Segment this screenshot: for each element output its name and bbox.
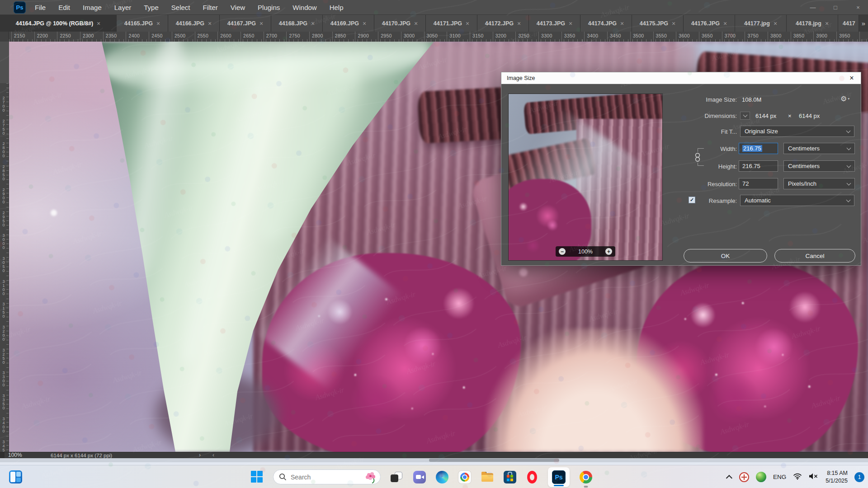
tab-close-icon[interactable]: × xyxy=(259,20,263,27)
tab-close-icon[interactable]: × xyxy=(311,20,315,27)
height-input[interactable]: 216.75 xyxy=(739,160,778,172)
status-zoom-field[interactable]: 100% xyxy=(8,452,22,458)
menu-plugins[interactable]: Plugins xyxy=(251,0,286,15)
preview-zoom-out-button[interactable]: − xyxy=(559,248,566,255)
width-unit-dropdown[interactable]: Centimeters xyxy=(783,143,855,154)
minimize-button[interactable]: — xyxy=(809,4,816,11)
tab-44168.JPG[interactable]: 44168.JPG× xyxy=(271,15,323,32)
menu-layer[interactable]: Layer xyxy=(108,0,138,15)
image-preview[interactable]: − 100% + xyxy=(508,94,663,261)
running-app-indicator xyxy=(584,486,588,488)
resolution-unit-dropdown[interactable]: Pixels/Inch xyxy=(783,178,855,189)
tab-44170.JPG[interactable]: 44170.JPG× xyxy=(374,15,426,32)
tab-4417[interactable]: 4417 xyxy=(838,15,859,32)
tray-idm-icon[interactable] xyxy=(756,472,766,482)
tab-44175.JPG[interactable]: 44175.JPG× xyxy=(632,15,684,32)
tab-44167.JPG[interactable]: 44167.JPG× xyxy=(220,15,271,32)
tab-label: 44164.JPG @ 100% (RGB/8#) xyxy=(16,20,93,27)
tab-44173.JPG[interactable]: 44173.JPG× xyxy=(529,15,580,32)
resample-dropdown[interactable]: Automatic xyxy=(740,195,854,206)
tab-close-icon[interactable]: × xyxy=(414,20,418,27)
task-view-icon[interactable] xyxy=(391,471,403,483)
widgets-icon[interactable] xyxy=(9,470,22,483)
tray-record-icon[interactable] xyxy=(739,472,749,482)
menu-select[interactable]: Select xyxy=(165,0,197,15)
tray-chevron-up-icon[interactable] xyxy=(726,475,732,481)
resolution-input[interactable]: 72 xyxy=(739,178,778,189)
dimensions-unit-dropdown[interactable] xyxy=(740,112,750,120)
microsoft-store-icon[interactable] xyxy=(504,471,516,483)
chevron-down-icon xyxy=(847,181,851,185)
chrome-browser-icon[interactable] xyxy=(580,471,592,483)
width-input[interactable]: 216.75 xyxy=(739,143,778,154)
wifi-icon[interactable] xyxy=(793,473,802,482)
tab-44164-active[interactable]: 44164.JPG @ 100% (RGB/8#) × xyxy=(0,15,117,32)
scrollbar-thumb[interactable] xyxy=(429,459,559,462)
tab-overflow-chevron[interactable]: » xyxy=(859,15,868,32)
height-unit-dropdown[interactable]: Centimeters xyxy=(783,160,855,172)
tab-close-icon[interactable]: × xyxy=(620,20,624,27)
tab-44172.JPG[interactable]: 44172.JPG× xyxy=(477,15,529,32)
fit-to-dropdown[interactable]: Original Size xyxy=(740,126,854,137)
tab-close-icon[interactable]: × xyxy=(774,20,777,27)
menu-view[interactable]: View xyxy=(224,0,251,15)
menu-bar: Ps FileEditImageLayerTypeSelectFilterVie… xyxy=(0,0,868,15)
maximize-button[interactable]: □ xyxy=(832,4,839,11)
tab-44171.JPG[interactable]: 44171.JPG× xyxy=(426,15,477,32)
tab-44174.JPG[interactable]: 44174.JPG× xyxy=(580,15,632,32)
dialog-options-gear-icon[interactable]: ⚙ ▾ xyxy=(840,94,849,103)
tab-44165.JPG[interactable]: 44165.JPG× xyxy=(117,15,168,32)
notification-badge[interactable]: 1 xyxy=(854,472,864,482)
resample-value: Automatic xyxy=(745,197,771,204)
tab-close-icon[interactable]: × xyxy=(517,20,521,27)
file-explorer-icon[interactable] xyxy=(481,471,494,483)
menu-filter[interactable]: Filter xyxy=(197,0,224,15)
ok-button[interactable]: OK xyxy=(684,249,767,263)
tab-close-icon[interactable]: × xyxy=(466,20,469,27)
edge-browser-icon[interactable] xyxy=(436,471,448,483)
tab-44169.JPG[interactable]: 44169.JPG× xyxy=(323,15,374,32)
menu-help[interactable]: Help xyxy=(323,0,350,15)
tab-44178.jpg[interactable]: 44178.jpg× xyxy=(787,15,838,32)
ruler-label-2200: 2200 xyxy=(37,33,48,38)
preview-zoom-in-button[interactable]: + xyxy=(605,248,612,255)
photoshop-taskbar-icon-active[interactable]: Ps xyxy=(548,467,570,487)
tab-44176.JPG[interactable]: 44176.JPG× xyxy=(684,15,735,32)
clock[interactable]: 8:15 AM 5/1/2025 xyxy=(826,469,848,484)
menu-window[interactable]: Window xyxy=(286,0,323,15)
tab-44166.JPG[interactable]: 44166.JPG× xyxy=(168,15,220,32)
start-button[interactable] xyxy=(251,471,263,483)
language-indicator[interactable]: ENG xyxy=(773,474,786,480)
camera-lens-icon[interactable] xyxy=(458,471,471,483)
status-chevron-right-icon[interactable]: › xyxy=(199,452,201,458)
opera-browser-icon[interactable] xyxy=(527,471,537,483)
ruler-label-3000: 3000 xyxy=(1,233,6,249)
dialog-close-icon[interactable]: × xyxy=(846,72,857,84)
search-highlight-flower-icon[interactable] xyxy=(364,470,378,486)
status-chevron-left-icon[interactable]: ‹ xyxy=(212,452,214,458)
photo-bokeh-dot xyxy=(51,210,57,216)
tab-close-icon[interactable]: × xyxy=(208,20,212,27)
tab-close-icon[interactable]: × xyxy=(825,20,829,27)
ruler-label-3600: 3600 xyxy=(679,33,690,38)
ruler-label-2550: 2550 xyxy=(198,33,209,38)
tab-close-icon[interactable]: × xyxy=(156,20,160,27)
horizontal-scrollbar[interactable] xyxy=(0,458,868,462)
tab-close-icon[interactable]: × xyxy=(363,20,366,27)
tab-close-icon[interactable]: × xyxy=(569,20,572,27)
tab-44177.jpg[interactable]: 44177.jpg× xyxy=(735,15,787,32)
tab-close-icon[interactable]: × xyxy=(97,20,100,27)
search-box[interactable] xyxy=(273,469,381,484)
close-button[interactable]: × xyxy=(854,4,862,11)
teams-chat-icon[interactable] xyxy=(413,471,426,483)
menu-edit[interactable]: Edit xyxy=(52,0,76,15)
link-dimensions-icon[interactable] xyxy=(693,152,702,163)
menu-file[interactable]: File xyxy=(28,0,52,15)
menu-image[interactable]: Image xyxy=(76,0,108,15)
menu-type[interactable]: Type xyxy=(137,0,165,15)
volume-muted-icon[interactable] xyxy=(809,473,819,482)
tab-close-icon[interactable]: × xyxy=(672,20,675,27)
cancel-button[interactable]: Cancel xyxy=(774,249,855,263)
tab-close-icon[interactable]: × xyxy=(723,20,727,27)
dialog-title-bar[interactable]: Image Size × xyxy=(501,72,861,84)
